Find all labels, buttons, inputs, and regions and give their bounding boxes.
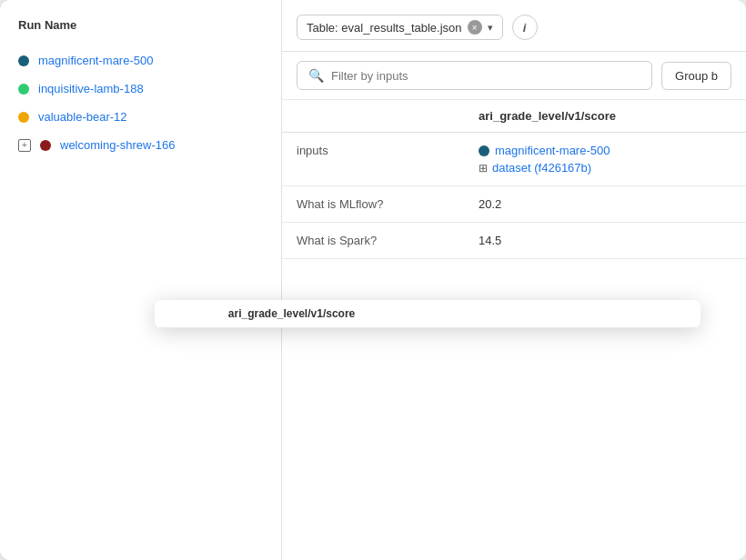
info-icon: i: [523, 21, 527, 35]
cell-question-1: What is MLflow?: [282, 186, 464, 223]
table-row-inputs: inputs magnificent-mare-500 ⊞ dataset (f…: [282, 133, 746, 186]
popup-inner-table: ari_grade_level/v1/score inputs magnific…: [155, 300, 701, 328]
sidebar-item-run-4[interactable]: + welcoming-shrew-166: [0, 131, 281, 159]
popup-col-inputs: [155, 300, 216, 328]
main-table: ari_grade_level/v1/score inputs magnific…: [282, 100, 746, 560]
close-table-button[interactable]: ×: [468, 20, 482, 35]
score-value-2: 14.5: [479, 234, 501, 247]
cell-score-2: 14.5: [464, 223, 746, 259]
sidebar: Run Name magnificent-mare-500 inquisitiv…: [0, 0, 282, 560]
popup-row-inputs: inputs magnificent-mare-500 👁 ⊞ dataset …: [155, 328, 701, 329]
info-button[interactable]: i: [512, 15, 538, 40]
dataset-text[interactable]: dataset (f426167b): [492, 161, 591, 175]
run-dot-4: [40, 140, 51, 151]
popup-comparison-table: ari_grade_level/v1/score inputs magnific…: [155, 300, 701, 328]
run-label-3[interactable]: valuable-bear-12: [38, 110, 127, 124]
popup-col-score-2: [579, 300, 640, 328]
run-dot-3: [18, 112, 29, 123]
table-row-spark: What is Spark? 14.5: [282, 223, 746, 259]
run-label-2[interactable]: inquisitive-lamb-188: [38, 82, 144, 95]
cell-question-2: What is Spark?: [282, 223, 464, 259]
run-label-1[interactable]: magnificent-mare-500: [38, 54, 153, 67]
search-box[interactable]: 🔍: [297, 61, 652, 90]
col-header-inputs: [282, 100, 464, 133]
sidebar-item-run-3[interactable]: valuable-bear-12: [0, 103, 281, 131]
run-name-cell: magnificent-mare-500: [479, 144, 731, 157]
run-name-text[interactable]: magnificent-mare-500: [495, 144, 610, 157]
sidebar-header: Run Name: [0, 18, 281, 46]
table-row-mlflow: What is MLflow? 20.2: [282, 186, 746, 223]
sidebar-item-run-1[interactable]: magnificent-mare-500: [0, 46, 281, 75]
run-dot-cell: [479, 145, 489, 156]
group-by-button[interactable]: Group b: [661, 62, 731, 90]
search-input[interactable]: [331, 69, 640, 83]
content-area: Table: eval_results_table.json × ▾ i 🔍 G…: [282, 0, 746, 560]
results-table: ari_grade_level/v1/score inputs magnific…: [282, 100, 746, 259]
popup-col-score-3: [640, 300, 701, 328]
main-container: Run Name magnificent-mare-500 inquisitiv…: [0, 0, 746, 560]
popup-col-score-1: ari_grade_level/v1/score: [216, 300, 580, 328]
table-selector[interactable]: Table: eval_results_table.json × ▾: [297, 15, 503, 40]
run-dot-2: [18, 84, 29, 95]
col-header-score: ari_grade_level/v1/score: [464, 100, 746, 133]
toolbar: Table: eval_results_table.json × ▾ i: [282, 0, 746, 52]
sidebar-item-run-2[interactable]: inquisitive-lamb-188: [0, 75, 281, 103]
expand-icon[interactable]: +: [18, 139, 31, 152]
table-selector-label: Table: eval_results_table.json: [307, 21, 462, 35]
dataset-ref-cell: ⊞ dataset (f426167b): [479, 161, 731, 175]
filter-row: 🔍 Group b: [282, 52, 746, 100]
run-label-4[interactable]: welcoming-shrew-166: [60, 138, 175, 152]
cell-run-info: magnificent-mare-500 ⊞ dataset (f426167b…: [464, 133, 746, 186]
search-icon: 🔍: [308, 68, 324, 83]
grid-icon: ⊞: [479, 162, 488, 175]
score-value-1: 20.2: [479, 197, 501, 211]
cell-inputs-label: inputs: [282, 133, 464, 186]
chevron-down-icon[interactable]: ▾: [488, 22, 493, 34]
cell-score-1: 20.2: [464, 186, 746, 223]
run-dot-1: [18, 55, 29, 66]
